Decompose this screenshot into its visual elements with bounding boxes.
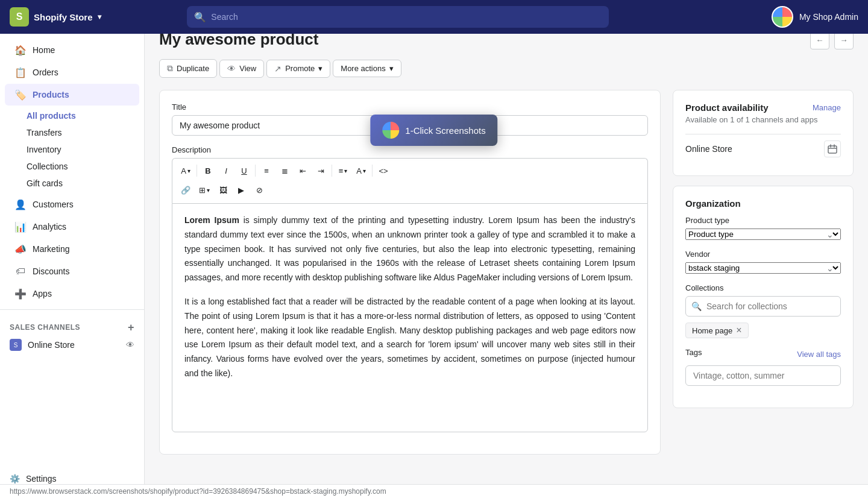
sidebar-item-collections[interactable]: Collections bbox=[27, 158, 144, 175]
toolbar-separator-4 bbox=[372, 165, 373, 177]
toolbar-separator-3 bbox=[332, 165, 332, 177]
view-icon: 👁 bbox=[227, 64, 236, 74]
settings-label: Settings bbox=[26, 474, 57, 476]
sidebar-item-products[interactable]: 🏷️ Products bbox=[5, 84, 139, 106]
indent-increase-button[interactable]: ⇥ bbox=[312, 162, 329, 179]
sidebar-label-orders: Orders bbox=[33, 68, 58, 77]
align-button[interactable]: ≡ ▾ bbox=[335, 162, 351, 179]
calendar-icon[interactable] bbox=[824, 140, 841, 157]
underline-button[interactable]: U bbox=[236, 162, 253, 179]
sidebar-item-inventory[interactable]: Inventory bbox=[27, 141, 144, 158]
products-icon: 🏷️ bbox=[14, 89, 27, 101]
duplicate-button[interactable]: ⧉ Duplicate bbox=[159, 59, 217, 78]
video-button[interactable]: ▶ bbox=[233, 181, 250, 198]
brand-logo[interactable]: S Shopify Store ▾ bbox=[10, 7, 101, 27]
eye-icon[interactable]: 👁 bbox=[126, 340, 134, 350]
sidebar-label-products: Products bbox=[33, 90, 69, 99]
rte-toolbar-row-2: 🔗 ⊞ ▾ 🖼 ▶ ⊘ bbox=[177, 181, 643, 198]
sidebar-channel-online-store[interactable]: S Online Store 👁 bbox=[0, 335, 144, 355]
rte-content[interactable]: Lorem Ipsum is simply dummy text of the … bbox=[172, 203, 648, 432]
toolbar-separator-2 bbox=[255, 165, 256, 177]
main-content: ‹ Products My awesome product ← → ⧉ Dupl… bbox=[145, 0, 868, 476]
italic-icon: I bbox=[225, 166, 227, 175]
more-button[interactable]: ⊘ bbox=[251, 181, 268, 198]
sidebar-item-transfers[interactable]: Transfers bbox=[27, 124, 144, 141]
product-type-select-wrapper: Product type bbox=[685, 229, 841, 240]
ordered-list-button[interactable]: ≣ bbox=[276, 162, 293, 179]
user-menu[interactable]: My Shop Admin bbox=[772, 6, 858, 28]
collections-search: 🔍 bbox=[685, 296, 841, 317]
duplicate-label: Duplicate bbox=[177, 64, 209, 73]
sidebar-label-analytics: Analytics bbox=[33, 222, 66, 232]
description-paragraph-1: Lorem Ipsum is simply dummy text of the … bbox=[184, 213, 635, 285]
bold-button[interactable]: B bbox=[200, 162, 216, 179]
sidebar-item-customers[interactable]: 👤 Customers bbox=[5, 194, 139, 215]
customers-icon: 👤 bbox=[14, 198, 27, 210]
sidebar-label-discounts: Discounts bbox=[33, 266, 69, 276]
promote-button[interactable]: ↗ Promote ▾ bbox=[266, 60, 330, 78]
sidebar-item-all-products[interactable]: All products bbox=[27, 107, 144, 124]
indent-decrease-button[interactable]: ⇤ bbox=[294, 162, 311, 179]
search-input[interactable] bbox=[211, 12, 602, 22]
vendor-label: Vendor bbox=[685, 250, 841, 259]
view-all-tags-button[interactable]: View all tags bbox=[797, 350, 841, 359]
link-button[interactable]: 🔗 bbox=[177, 181, 194, 198]
vendor-select-wrapper: bstack staging bbox=[685, 262, 841, 274]
collection-tag-label: Home page bbox=[692, 326, 732, 335]
svg-rect-0 bbox=[828, 146, 837, 153]
tags-input[interactable] bbox=[685, 365, 841, 386]
code-button[interactable]: <> bbox=[375, 162, 392, 179]
sidebar-item-orders[interactable]: 📋 Orders bbox=[5, 61, 139, 83]
description-label: Description bbox=[172, 145, 648, 154]
product-type-label: Product type bbox=[685, 216, 841, 225]
analytics-icon: 📊 bbox=[14, 221, 27, 233]
add-channel-button[interactable]: + bbox=[128, 322, 134, 333]
availability-channel: Online Store bbox=[685, 134, 841, 163]
bold-icon: B bbox=[205, 166, 210, 175]
left-column: Title Description A ▾ B bbox=[159, 90, 661, 464]
collection-tag-remove-button[interactable]: × bbox=[736, 326, 741, 335]
sales-channels-label: SALES CHANNELS bbox=[10, 323, 80, 332]
table-chevron-icon: ▾ bbox=[207, 187, 210, 194]
sidebar-item-discounts[interactable]: 🏷 Discounts bbox=[5, 260, 139, 282]
settings-icon: ⚙️ bbox=[10, 474, 20, 476]
shopify-icon: S bbox=[10, 7, 29, 27]
bullet-list-button[interactable]: ≡ bbox=[258, 162, 275, 179]
content-grid: Title Description A ▾ B bbox=[159, 90, 854, 464]
sidebar-item-home[interactable]: 🏠 Home bbox=[5, 39, 139, 61]
image-button[interactable]: 🖼 bbox=[215, 181, 231, 198]
organization-card: Organization Product type Product type V… bbox=[673, 186, 854, 408]
sidebar-item-analytics[interactable]: 📊 Analytics bbox=[5, 216, 139, 238]
sidebar-item-gift-cards[interactable]: Gift cards bbox=[27, 175, 144, 192]
user-name: My Shop Admin bbox=[799, 12, 858, 22]
sales-channels-section: SALES CHANNELS + bbox=[0, 315, 144, 335]
screenshot-popup[interactable]: 1-Click Screenshots bbox=[370, 115, 497, 146]
tags-label: Tags bbox=[685, 348, 702, 357]
font-size-button[interactable]: A ▾ bbox=[177, 162, 194, 179]
online-store-icon: S bbox=[10, 339, 22, 351]
underline-icon: U bbox=[241, 166, 247, 175]
search-bar: 🔍 bbox=[187, 6, 609, 28]
more-actions-chevron-icon: ▾ bbox=[389, 64, 394, 73]
italic-button[interactable]: I bbox=[218, 162, 234, 179]
top-navigation: S Shopify Store ▾ 🔍 My Shop Admin bbox=[0, 0, 868, 34]
vendor-select[interactable]: bstack staging bbox=[685, 262, 841, 274]
indent-increase-icon: ⇥ bbox=[318, 166, 324, 175]
manage-button[interactable]: Manage bbox=[813, 103, 841, 112]
availability-title: Product availability bbox=[685, 102, 769, 113]
table-button[interactable]: ⊞ ▾ bbox=[195, 181, 213, 198]
sidebar-item-apps[interactable]: ➕ Apps bbox=[5, 283, 139, 304]
view-button[interactable]: 👁 View bbox=[219, 60, 264, 78]
channel-label: Online Store bbox=[28, 340, 75, 350]
sidebar-item-marketing[interactable]: 📣 Marketing bbox=[5, 238, 139, 260]
sidebar-item-settings[interactable]: ⚙️ Settings bbox=[0, 469, 145, 476]
promote-chevron-icon: ▾ bbox=[318, 64, 322, 73]
more-actions-button[interactable]: More actions ▾ bbox=[333, 60, 401, 77]
text-color-button[interactable]: A ▾ bbox=[353, 162, 370, 179]
collections-search-input[interactable] bbox=[685, 296, 841, 317]
brand-name: Shopify Store bbox=[34, 12, 93, 22]
product-type-select[interactable]: Product type bbox=[685, 229, 841, 240]
avatar bbox=[772, 6, 793, 28]
screenshot-popup-logo bbox=[382, 122, 399, 139]
collections-search-icon: 🔍 bbox=[691, 301, 702, 311]
